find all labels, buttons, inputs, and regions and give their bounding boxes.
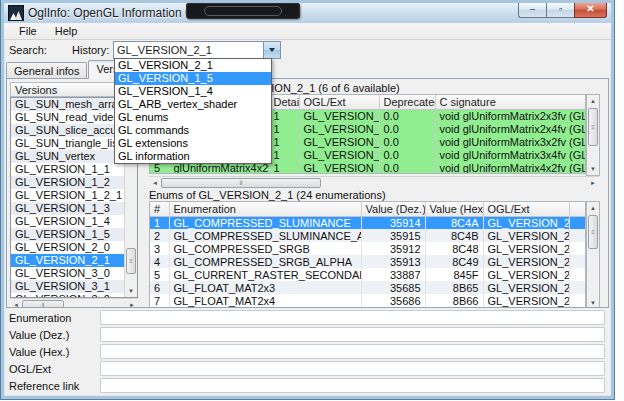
column-header-OGL/Ext[interactable]: OGL/Ext [483, 202, 569, 216]
table-cell [569, 216, 586, 229]
versions-list-item[interactable]: GL_VERSION_1_2_1 [11, 189, 125, 202]
scroll-up-icon[interactable]: ▲ [587, 202, 599, 214]
versions-list-item[interactable]: GL_SUN_triangle_list [11, 137, 125, 150]
history-combobox-dropdown-button[interactable] [263, 42, 280, 58]
versions-list-item[interactable]: GL_VERSION_1_1 [11, 163, 125, 176]
table-cell: 4 [150, 255, 169, 268]
commands-horizontal-scrollbar[interactable]: ◄ ⦀ ► [149, 176, 599, 189]
enums-vertical-scrollbar[interactable]: ▲ ≡ ▼ [586, 201, 600, 308]
enums-scrollbar-thumb[interactable]: ≡ [588, 215, 598, 249]
version-infos-page: Versions GL_SUN_mesh_arrayGL_SUN_read_vi… [6, 78, 609, 308]
versions-list-item[interactable]: GL_VERSION_3_1 [11, 280, 125, 293]
minimize-button[interactable]: – [518, 3, 546, 18]
table-cell: 35914 [361, 216, 425, 229]
dropdown-item[interactable]: GL commands [115, 124, 271, 137]
table-cell: 1 [269, 148, 299, 161]
table-row[interactable]: 2GL_COMPRESSED_SLUMINANCE_ALPHA359158C4B… [150, 229, 586, 242]
column-header-Value (Dez.)[interactable]: Value (Dez.) [361, 202, 425, 216]
dropdown-item[interactable]: GL_VERSION_1_4 [115, 85, 271, 98]
form-row-reference-link: Reference link [4, 378, 611, 395]
versions-list-item[interactable]: GL_VERSION_1_5 [11, 228, 125, 241]
scroll-right-icon[interactable]: ► [126, 299, 138, 308]
enums-table-header[interactable]: #EnumerationValue (Dez.)Value (Hex.)OGL/… [150, 202, 586, 216]
history-dropdown-list: GL_VERSION_2_1GL_VERSION_1_5GL_VERSION_1… [114, 58, 272, 164]
app-window: OglInfo: OpenGL Information Center – ▫ ✕… [1, 0, 614, 399]
field-input-value-hex-[interactable] [100, 344, 605, 359]
table-row[interactable]: 4GL_COMPRESSED_SRGB_ALPHA359138C49GL_VER… [150, 255, 586, 268]
table-row[interactable]: 1GL_COMPRESSED_SLUMINANCE359148C4AGL_VER… [150, 216, 586, 229]
column-header-#[interactable]: # [150, 202, 169, 216]
minimize-icon: – [530, 5, 535, 14]
field-label: Reference link [9, 380, 79, 392]
table-cell: GL_COMPRESSED_SLUMINANCE_ALPHA [169, 229, 361, 242]
table-row[interactable]: 3GL_COMPRESSED_SRGB359128C48GL_VERSION_2… [150, 242, 586, 255]
versions-list-item[interactable]: GL_SUN_read_video_pixels [11, 111, 125, 124]
scroll-right-icon[interactable]: ► [587, 177, 599, 189]
versions-horizontal-scrollbar[interactable]: ◄ ⦀ ► [10, 298, 138, 308]
table-cell: 0.0 [379, 109, 435, 122]
tab-label: General infos [14, 65, 79, 77]
versions-list-item[interactable]: GL_VERSION_1_4 [11, 215, 125, 228]
scroll-left-icon[interactable]: ◄ [149, 177, 161, 189]
column-header-Enumeration[interactable]: Enumeration [169, 202, 361, 216]
commands-vertical-scrollbar[interactable]: ▲ ≡ ▼ [586, 94, 600, 176]
table-cell: 7 [150, 294, 169, 307]
table-cell: 6 [150, 281, 169, 294]
versions-list-item[interactable]: GL_VERSION_1_3 [11, 202, 125, 215]
scroll-left-icon[interactable]: ◄ [10, 299, 22, 308]
scroll-down-icon[interactable]: ▼ [125, 285, 137, 297]
table-cell: void glUniformMatrix2x4fv (GLint locatio… [435, 122, 586, 135]
field-input-reference-link[interactable] [100, 378, 605, 393]
field-input-value-dez-[interactable] [100, 327, 605, 342]
column-header-blank[interactable] [569, 202, 586, 216]
versions-list-item[interactable]: GL_VERSION_3_0 [11, 267, 125, 280]
dropdown-item[interactable]: GL extensions [115, 137, 271, 150]
scroll-down-icon[interactable]: ▼ [587, 163, 599, 175]
dropdown-item[interactable]: GL_VERSION_1_5 [115, 72, 271, 85]
dropdown-item[interactable]: GL enums [115, 111, 271, 124]
commands-scrollbar-thumb[interactable]: ≡ [588, 108, 598, 146]
table-cell: GL_VERSION_2_1 [299, 109, 379, 122]
commands-hscrollbar-thumb[interactable]: ⦀ [161, 178, 321, 188]
column-header-Deprecated[interactable]: Deprecated [379, 95, 435, 109]
dropdown-item[interactable]: GL_VERSION_2_1 [115, 59, 271, 72]
table-cell: GL_VERSION_2_1 [299, 122, 379, 135]
versions-list-item[interactable]: GL_VERSION_2_1 [11, 254, 125, 267]
title-bar[interactable]: OglInfo: OpenGL Information Center – ▫ ✕ [4, 3, 611, 23]
column-header-Value (Hex.)[interactable]: Value (Hex.) [425, 202, 483, 216]
mountain-icon [10, 11, 22, 20]
table-cell: GL_VERSION_2_1 [299, 135, 379, 148]
menu-item-help[interactable]: Help [46, 24, 87, 38]
dropdown-item[interactable]: GL_ARB_vertex_shader [115, 98, 271, 111]
column-header-OGL/Ext[interactable]: OGL/Ext [299, 95, 379, 109]
maximize-button[interactable]: ▫ [546, 3, 574, 18]
menu-bar: FileHelp [4, 23, 611, 40]
versions-list-item[interactable]: GL_SUN_vertex [11, 150, 125, 163]
field-input-ogl-ext[interactable] [100, 361, 605, 376]
scroll-up-icon[interactable]: ▲ [587, 95, 599, 107]
versions-list-item[interactable]: GL_VERSION_2_0 [11, 241, 125, 254]
history-combobox[interactable]: GL_VERSION_2_1 [113, 41, 281, 59]
versions-scrollbar-thumb[interactable]: ≡ [126, 248, 136, 274]
table-row[interactable]: 5GL_CURRENT_RASTER_SECONDARY_COLOR338878… [150, 268, 586, 281]
scroll-down-icon[interactable]: ▼ [587, 297, 599, 308]
versions-list-item[interactable]: GL_VERSION_1_2 [11, 176, 125, 189]
table-cell: 8B65 [425, 281, 483, 294]
versions-list-item[interactable]: GL_SUN_mesh_array [11, 98, 125, 111]
table-cell: 35915 [361, 229, 425, 242]
close-button[interactable]: ✕ [574, 3, 607, 18]
tab-general-infos[interactable]: General infos [6, 62, 87, 79]
table-cell: 1 [269, 109, 299, 122]
table-row[interactable]: 6GL_FLOAT_MAT2x3356858B65GL_VERSION_2_1 [150, 281, 586, 294]
column-header-C signature[interactable]: C signature [435, 95, 586, 109]
versions-hscrollbar-thumb[interactable]: ⦀ [22, 300, 64, 308]
table-cell: 845F [425, 268, 483, 281]
menu-item-file[interactable]: File [10, 24, 46, 38]
table-row[interactable]: 7GL_FLOAT_MAT2x4356868B66GL_VERSION_2_1 [150, 294, 586, 307]
versions-list-item[interactable]: GL_SUN_slice_accum [11, 124, 125, 137]
column-header-Detail[interactable]: Detail [269, 95, 299, 109]
table-cell: void glUniformMatrix2x3fv (GLint locatio… [435, 109, 586, 122]
table-cell: GL_COMPRESSED_SLUMINANCE [169, 216, 361, 229]
field-input-enumeration[interactable] [100, 310, 605, 325]
dropdown-item[interactable]: GL information [115, 150, 271, 163]
